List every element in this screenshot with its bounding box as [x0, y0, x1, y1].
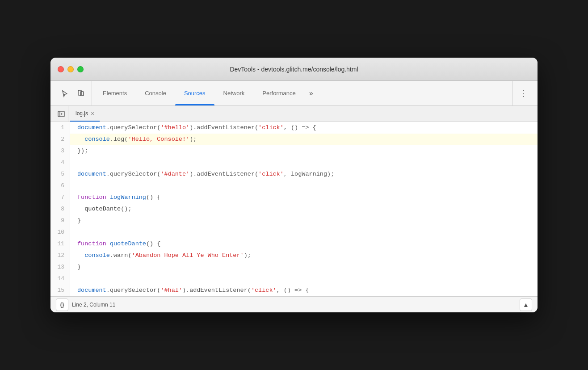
code-area: 1 2 3 4 5 6 7 8 9 10 11 12 13 14 15 docu… — [50, 122, 538, 296]
code-line-6 — [77, 180, 538, 192]
line-num-4: 4 — [56, 157, 64, 168]
code-line-14 — [77, 273, 538, 285]
line-num-13: 13 — [56, 261, 64, 273]
code-line-4 — [77, 157, 538, 168]
file-tab-close-button[interactable]: × — [91, 110, 94, 117]
devtools-window: DevTools - devtools.glitch.me/console/lo… — [50, 58, 538, 312]
tab-sources[interactable]: Sources — [175, 81, 214, 105]
traffic-lights — [58, 66, 84, 72]
code-line-2: console.log('Hello, Console!'); — [70, 134, 538, 145]
svg-marker-4 — [61, 113, 63, 115]
status-bar-right: ▲ — [520, 299, 532, 311]
line-num-11: 11 — [56, 238, 64, 250]
line-num-8: 8 — [56, 203, 64, 215]
sidebar-icon — [58, 111, 65, 117]
cursor-icon — [61, 89, 69, 97]
code-line-12: console.warn('Abandon Hope All Ye Who En… — [77, 250, 538, 261]
tab-performance[interactable]: Performance — [253, 81, 304, 105]
maximize-button[interactable] — [77, 66, 84, 72]
line-num-14: 14 — [56, 273, 64, 285]
line-num-3: 3 — [56, 145, 64, 157]
device-icon — [77, 89, 85, 97]
format-button[interactable]: ▲ — [520, 299, 532, 311]
tab-console[interactable]: Console — [136, 81, 175, 105]
line-num-9: 9 — [56, 215, 64, 227]
toolbar-icons — [54, 81, 92, 105]
toolbar-menu: ⋮ — [512, 81, 534, 105]
code-lines: document.querySelector('#hello').addEven… — [70, 122, 538, 296]
toolbar: Elements Console Sources Network Perform… — [50, 81, 538, 106]
code-line-13: } — [77, 261, 538, 273]
file-tab-name: log.js — [76, 110, 88, 117]
line-num-15: 15 — [56, 285, 64, 296]
line-num-2: 2 — [56, 134, 64, 145]
more-tabs-button[interactable]: » — [305, 81, 318, 105]
titlebar: DevTools - devtools.glitch.me/console/lo… — [50, 58, 538, 81]
code-line-7: function logWarning() { — [77, 192, 538, 203]
file-tabs: log.js × — [50, 106, 538, 122]
device-toggle-button[interactable] — [74, 86, 88, 101]
pretty-print-button[interactable]: {} — [56, 299, 68, 311]
line-num-10: 10 — [56, 227, 64, 238]
file-tab-logjs[interactable]: log.js × — [70, 106, 100, 122]
code-line-9: } — [77, 215, 538, 227]
devtools-menu-button[interactable]: ⋮ — [516, 86, 530, 101]
code-line-8: quoteDante(); — [77, 203, 538, 215]
tabs-container: Elements Console Sources Network Perform… — [94, 81, 512, 105]
line-numbers: 1 2 3 4 5 6 7 8 9 10 11 12 13 14 15 — [50, 122, 70, 296]
line-num-7: 7 — [56, 192, 64, 203]
code-editor[interactable]: 1 2 3 4 5 6 7 8 9 10 11 12 13 14 15 docu… — [50, 122, 538, 296]
status-bar: {} Line 2, Column 11 ▲ — [50, 296, 538, 312]
tab-network[interactable]: Network — [214, 81, 254, 105]
close-button[interactable] — [58, 66, 64, 72]
tab-elements[interactable]: Elements — [94, 81, 136, 105]
code-line-5: document.querySelector('#dante').addEven… — [77, 168, 538, 180]
cursor-position: Line 2, Column 11 — [72, 302, 115, 308]
code-line-10 — [77, 227, 538, 238]
window-title: DevTools - devtools.glitch.me/console/lo… — [230, 66, 358, 73]
sidebar-toggle-button[interactable] — [54, 106, 68, 122]
line-num-1: 1 — [56, 122, 64, 134]
minimize-button[interactable] — [67, 66, 74, 72]
line-num-5: 5 — [56, 168, 64, 180]
code-line-15: document.querySelector('#hal').addEventL… — [77, 285, 538, 296]
code-line-11: function quoteDante() { — [77, 238, 538, 250]
code-line-3: }); — [77, 145, 538, 157]
line-num-12: 12 — [56, 250, 64, 261]
line-num-6: 6 — [56, 180, 64, 192]
svg-rect-0 — [78, 90, 81, 95]
code-line-1: document.querySelector('#hello').addEven… — [77, 122, 538, 134]
inspect-element-button[interactable] — [58, 86, 72, 101]
